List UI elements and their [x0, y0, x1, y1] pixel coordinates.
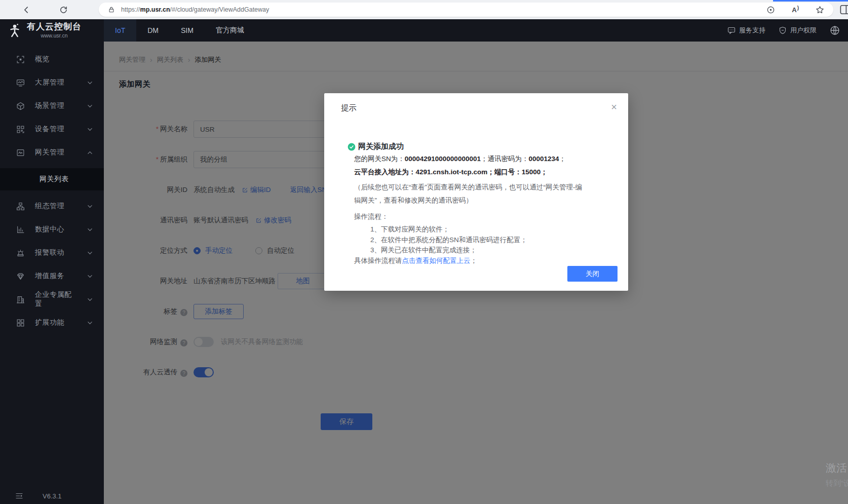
logo[interactable]: 有人云控制台 www.usr.cn	[0, 19, 104, 42]
flow-more-line: 具体操作流程请点击查看如何配置上云；	[354, 256, 608, 266]
flow-step: 2、在软件中把系统分配的SN和通讯密码进行配置；	[370, 235, 608, 246]
tab-sim[interactable]: SIM	[170, 19, 205, 42]
flow-steps: 1、下载对应网关的软件； 2、在软件中把系统分配的SN和通讯密码进行配置； 3、…	[370, 224, 608, 256]
chevron-down-icon	[87, 250, 93, 256]
language-globe-icon[interactable]	[830, 25, 840, 35]
tab-iot[interactable]: IoT	[104, 19, 136, 42]
url-text: https://mp.usr.cn/#/cloud/gateway/ViewAd…	[121, 6, 269, 13]
gateway-sn-value: 00004291000000000001	[405, 155, 481, 163]
usr-person-logo-icon	[7, 23, 22, 38]
app-title: 有人云控制台	[27, 22, 82, 32]
scene-box-icon	[16, 102, 25, 110]
version-label: V6.3.1	[43, 492, 62, 500]
sn-line: 您的网关SN为：00004291000000000001；通讯密码为：00001…	[354, 154, 608, 164]
collapse-sidebar-icon[interactable]	[15, 492, 23, 500]
comm-password-value: 00001234	[528, 155, 559, 163]
shield-icon	[779, 26, 787, 34]
dialog-close-button[interactable]: 关闭	[567, 266, 618, 282]
cloud-access-line: 云平台接入地址为：4291.cnsh.iot-tcp.com；端口号：15000…	[354, 168, 608, 177]
sidebar-item-alarm-linkage[interactable]: 报警联动	[0, 241, 104, 264]
sidebar: 概览 大屏管理 场景管理 设备管理 网关管理 网关列表 组态管理	[0, 42, 104, 504]
tab-official-mall[interactable]: 官方商城	[205, 19, 255, 42]
alarm-light-icon	[16, 249, 25, 257]
sidebar-item-screen-mgmt[interactable]: 大屏管理	[0, 71, 104, 94]
app-subtitle: www.usr.cn	[41, 33, 67, 39]
browser-refresh-button[interactable]	[56, 2, 71, 17]
chat-bubble-icon	[727, 26, 736, 34]
gateway-chart-icon	[16, 148, 25, 157]
sidebar-item-config-mgmt[interactable]: 组态管理	[0, 195, 104, 218]
sidebar-item-scene-mgmt[interactable]: 场景管理	[0, 94, 104, 118]
sidebar-item-gateway-mgmt[interactable]: 网关管理	[0, 141, 104, 164]
tab-dm[interactable]: DM	[136, 19, 170, 42]
how-to-configure-link[interactable]: 点击查看如何配置上云	[402, 257, 471, 264]
chevron-down-icon	[87, 297, 93, 302]
building-icon	[16, 295, 25, 304]
blocks-icon	[16, 319, 25, 327]
sidebar-item-extensions[interactable]: 扩展功能	[0, 311, 104, 334]
user-permissions[interactable]: 用户权限	[779, 26, 817, 35]
address-bar[interactable]: https://mp.usr.cn/#/cloud/gateway/ViewAd…	[99, 3, 833, 17]
bar-chart-icon	[16, 225, 25, 234]
gem-icon	[16, 272, 25, 281]
back-arrow-icon	[22, 6, 30, 14]
app-header: 有人云控制台 www.usr.cn IoT DM SIM 官方商城 服务支持 用…	[0, 19, 848, 42]
chevron-down-icon	[87, 204, 93, 209]
window-accent-strip	[773, 0, 848, 2]
chevron-down-icon	[87, 274, 93, 279]
overview-icon	[16, 55, 25, 64]
close-icon[interactable]: ×	[611, 103, 617, 111]
chevron-down-icon	[87, 103, 93, 109]
browser-back-button[interactable]	[18, 2, 33, 17]
refresh-icon	[59, 6, 68, 14]
chevron-up-icon	[87, 150, 93, 156]
device-grid-icon	[16, 125, 25, 134]
read-aloud-icon[interactable]: A)	[792, 6, 799, 14]
sidebar-item-data-center[interactable]: 数据中心	[0, 218, 104, 241]
split-screen-icon[interactable]	[840, 4, 848, 15]
favorite-star-icon[interactable]	[816, 6, 824, 14]
chevron-down-icon	[87, 227, 93, 232]
sidebar-item-overview[interactable]: 概览	[0, 48, 104, 71]
flow-step: 3、网关已在软件中配置完成连接；	[370, 245, 608, 256]
browser-toolbar: https://mp.usr.cn/#/cloud/gateway/ViewAd…	[0, 0, 848, 19]
service-support[interactable]: 服务支持	[727, 26, 765, 35]
lock-icon	[108, 6, 115, 13]
top-nav: IoT DM SIM 官方商城	[104, 19, 255, 42]
chevron-down-icon	[87, 127, 93, 132]
dialog-note: （后续您也可以在“查看”页面查看网关的通讯密码，也可以通过“网关管理-编辑网关”…	[354, 181, 583, 207]
success-heading: 网关添加成功	[348, 142, 608, 151]
dialog-title: 提示	[341, 103, 357, 113]
location-target-icon[interactable]	[766, 6, 775, 14]
sidebar-item-value-added-services[interactable]: 增值服务	[0, 264, 104, 288]
success-dialog: 提示 × 网关添加成功 您的网关SN为：00004291000000000001…	[324, 93, 628, 291]
flow-step: 1、下载对应网关的软件；	[370, 224, 608, 235]
success-check-icon	[348, 143, 356, 151]
topology-icon	[16, 202, 25, 211]
big-screen-icon	[16, 79, 25, 87]
flow-title: 操作流程：	[354, 212, 608, 221]
sidebar-item-device-mgmt[interactable]: 设备管理	[0, 118, 104, 141]
chevron-down-icon	[87, 320, 93, 326]
chevron-down-icon	[87, 80, 93, 86]
sidebar-subitem-gateway-list[interactable]: 网关列表	[0, 168, 104, 190]
sidebar-item-enterprise-config[interactable]: 企业专属配置	[0, 288, 104, 311]
